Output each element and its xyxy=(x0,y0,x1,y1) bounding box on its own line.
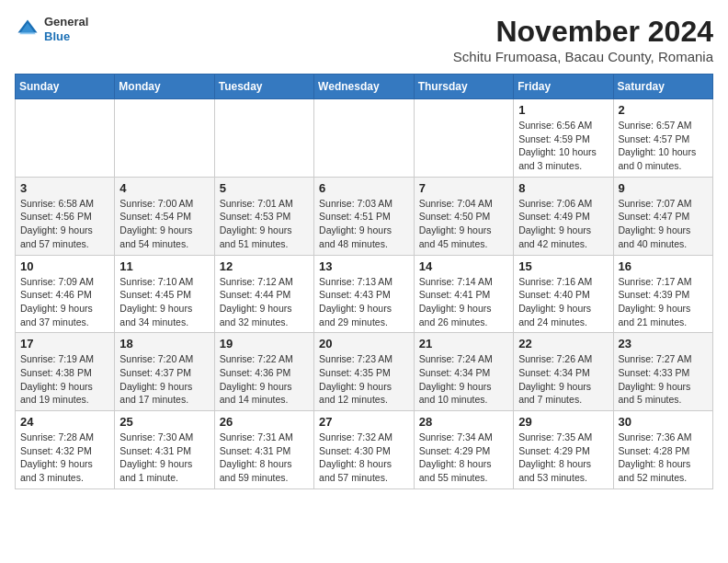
day-info: Sunrise: 7:30 AM Sunset: 4:31 PM Dayligh… xyxy=(119,431,209,485)
calendar-cell xyxy=(16,99,115,178)
calendar-cell: 17Sunrise: 7:19 AM Sunset: 4:38 PM Dayli… xyxy=(16,333,115,411)
day-info: Sunrise: 7:03 AM Sunset: 4:51 PM Dayligh… xyxy=(319,197,409,251)
calendar-cell xyxy=(314,99,415,178)
calendar-cell: 4Sunrise: 7:00 AM Sunset: 4:54 PM Daylig… xyxy=(115,177,214,255)
calendar-table: SundayMondayTuesdayWednesdayThursdayFrid… xyxy=(15,74,713,489)
calendar-cell: 7Sunrise: 7:04 AM Sunset: 4:50 PM Daylig… xyxy=(414,177,513,255)
page-subtitle: Schitu Frumoasa, Bacau County, Romania xyxy=(453,49,713,64)
calendar-cell: 11Sunrise: 7:10 AM Sunset: 4:45 PM Dayli… xyxy=(115,255,214,333)
calendar-cell: 26Sunrise: 7:31 AM Sunset: 4:31 PM Dayli… xyxy=(214,411,313,489)
day-number: 9 xyxy=(619,181,708,195)
calendar-cell: 29Sunrise: 7:35 AM Sunset: 4:29 PM Dayli… xyxy=(514,411,613,489)
day-info: Sunrise: 7:20 AM Sunset: 4:37 PM Dayligh… xyxy=(119,352,209,407)
day-number: 16 xyxy=(619,259,708,273)
day-info: Sunrise: 7:26 AM Sunset: 4:34 PM Dayligh… xyxy=(518,352,608,407)
day-number: 27 xyxy=(319,415,409,429)
day-info: Sunrise: 6:58 AM Sunset: 4:56 PM Dayligh… xyxy=(20,197,109,251)
day-info: Sunrise: 7:13 AM Sunset: 4:43 PM Dayligh… xyxy=(319,275,409,329)
calendar-week-row: 1Sunrise: 6:56 AM Sunset: 4:59 PM Daylig… xyxy=(16,99,713,178)
day-number: 30 xyxy=(619,415,708,429)
day-info: Sunrise: 6:56 AM Sunset: 4:59 PM Dayligh… xyxy=(518,119,608,173)
day-number: 6 xyxy=(319,181,409,195)
day-number: 19 xyxy=(220,337,309,350)
weekday-header: Friday xyxy=(514,75,613,99)
logo-icon xyxy=(15,17,40,42)
calendar-cell: 30Sunrise: 7:36 AM Sunset: 4:28 PM Dayli… xyxy=(613,411,712,489)
day-number: 13 xyxy=(319,259,409,273)
weekday-header: Saturday xyxy=(613,75,712,99)
calendar-cell: 14Sunrise: 7:14 AM Sunset: 4:41 PM Dayli… xyxy=(414,255,513,333)
calendar-cell: 9Sunrise: 7:07 AM Sunset: 4:47 PM Daylig… xyxy=(613,177,712,255)
page-title: November 2024 xyxy=(453,15,713,49)
day-info: Sunrise: 7:28 AM Sunset: 4:32 PM Dayligh… xyxy=(20,431,109,485)
title-block: November 2024 Schitu Frumoasa, Bacau Cou… xyxy=(453,15,713,64)
day-info: Sunrise: 6:57 AM Sunset: 4:57 PM Dayligh… xyxy=(619,119,708,173)
day-info: Sunrise: 7:24 AM Sunset: 4:34 PM Dayligh… xyxy=(419,352,508,407)
day-number: 4 xyxy=(119,181,209,195)
calendar-cell: 20Sunrise: 7:23 AM Sunset: 4:35 PM Dayli… xyxy=(314,333,415,411)
calendar-cell: 3Sunrise: 6:58 AM Sunset: 4:56 PM Daylig… xyxy=(16,177,115,255)
calendar-cell: 1Sunrise: 6:56 AM Sunset: 4:59 PM Daylig… xyxy=(514,99,613,178)
day-number: 29 xyxy=(518,415,608,429)
day-number: 7 xyxy=(419,181,508,195)
day-number: 22 xyxy=(518,337,608,350)
weekday-header: Tuesday xyxy=(214,75,313,99)
day-info: Sunrise: 7:06 AM Sunset: 4:49 PM Dayligh… xyxy=(518,197,608,251)
day-number: 2 xyxy=(619,103,708,117)
calendar-header-row: SundayMondayTuesdayWednesdayThursdayFrid… xyxy=(16,75,713,99)
logo-text: General Blue xyxy=(44,15,88,43)
calendar-cell xyxy=(414,99,513,178)
calendar-cell xyxy=(115,99,214,178)
calendar-week-row: 24Sunrise: 7:28 AM Sunset: 4:32 PM Dayli… xyxy=(16,411,713,489)
day-info: Sunrise: 7:00 AM Sunset: 4:54 PM Dayligh… xyxy=(119,197,209,251)
logo-general: General xyxy=(44,15,88,29)
day-number: 11 xyxy=(119,259,209,273)
calendar-cell: 8Sunrise: 7:06 AM Sunset: 4:49 PM Daylig… xyxy=(514,177,613,255)
day-info: Sunrise: 7:01 AM Sunset: 4:53 PM Dayligh… xyxy=(220,197,309,251)
logo: General Blue xyxy=(15,15,88,43)
calendar-cell: 25Sunrise: 7:30 AM Sunset: 4:31 PM Dayli… xyxy=(115,411,214,489)
day-number: 20 xyxy=(319,337,409,350)
day-info: Sunrise: 7:14 AM Sunset: 4:41 PM Dayligh… xyxy=(419,275,508,329)
calendar-cell: 12Sunrise: 7:12 AM Sunset: 4:44 PM Dayli… xyxy=(214,255,313,333)
day-number: 12 xyxy=(220,259,309,273)
calendar-cell: 21Sunrise: 7:24 AM Sunset: 4:34 PM Dayli… xyxy=(414,333,513,411)
day-number: 8 xyxy=(518,181,608,195)
calendar-cell xyxy=(214,99,313,178)
weekday-header: Wednesday xyxy=(314,75,415,99)
day-info: Sunrise: 7:09 AM Sunset: 4:46 PM Dayligh… xyxy=(20,275,109,329)
calendar-week-row: 10Sunrise: 7:09 AM Sunset: 4:46 PM Dayli… xyxy=(16,255,713,333)
day-info: Sunrise: 7:36 AM Sunset: 4:28 PM Dayligh… xyxy=(619,431,708,485)
day-number: 17 xyxy=(20,337,109,350)
page-header: General Blue November 2024 Schitu Frumoa… xyxy=(15,15,713,64)
day-number: 28 xyxy=(419,415,508,429)
day-number: 21 xyxy=(419,337,508,350)
calendar-cell: 28Sunrise: 7:34 AM Sunset: 4:29 PM Dayli… xyxy=(414,411,513,489)
logo-blue: Blue xyxy=(44,29,88,44)
day-info: Sunrise: 7:10 AM Sunset: 4:45 PM Dayligh… xyxy=(119,275,209,329)
day-number: 5 xyxy=(220,181,309,195)
calendar-cell: 18Sunrise: 7:20 AM Sunset: 4:37 PM Dayli… xyxy=(115,333,214,411)
calendar-cell: 22Sunrise: 7:26 AM Sunset: 4:34 PM Dayli… xyxy=(514,333,613,411)
calendar-week-row: 17Sunrise: 7:19 AM Sunset: 4:38 PM Dayli… xyxy=(16,333,713,411)
calendar-cell: 10Sunrise: 7:09 AM Sunset: 4:46 PM Dayli… xyxy=(16,255,115,333)
calendar-cell: 2Sunrise: 6:57 AM Sunset: 4:57 PM Daylig… xyxy=(613,99,712,178)
day-info: Sunrise: 7:34 AM Sunset: 4:29 PM Dayligh… xyxy=(419,431,508,485)
day-number: 25 xyxy=(119,415,209,429)
day-number: 23 xyxy=(619,337,708,350)
day-info: Sunrise: 7:17 AM Sunset: 4:39 PM Dayligh… xyxy=(619,275,708,329)
calendar-cell: 6Sunrise: 7:03 AM Sunset: 4:51 PM Daylig… xyxy=(314,177,415,255)
day-info: Sunrise: 7:27 AM Sunset: 4:33 PM Dayligh… xyxy=(619,352,708,407)
day-number: 15 xyxy=(518,259,608,273)
weekday-header: Sunday xyxy=(16,75,115,99)
day-info: Sunrise: 7:16 AM Sunset: 4:40 PM Dayligh… xyxy=(518,275,608,329)
calendar-week-row: 3Sunrise: 6:58 AM Sunset: 4:56 PM Daylig… xyxy=(16,177,713,255)
day-number: 18 xyxy=(119,337,209,350)
day-info: Sunrise: 7:32 AM Sunset: 4:30 PM Dayligh… xyxy=(319,431,409,485)
calendar-cell: 15Sunrise: 7:16 AM Sunset: 4:40 PM Dayli… xyxy=(514,255,613,333)
day-number: 10 xyxy=(20,259,109,273)
day-info: Sunrise: 7:35 AM Sunset: 4:29 PM Dayligh… xyxy=(518,431,608,485)
day-number: 14 xyxy=(419,259,508,273)
day-info: Sunrise: 7:23 AM Sunset: 4:35 PM Dayligh… xyxy=(319,352,409,407)
calendar-cell: 27Sunrise: 7:32 AM Sunset: 4:30 PM Dayli… xyxy=(314,411,415,489)
